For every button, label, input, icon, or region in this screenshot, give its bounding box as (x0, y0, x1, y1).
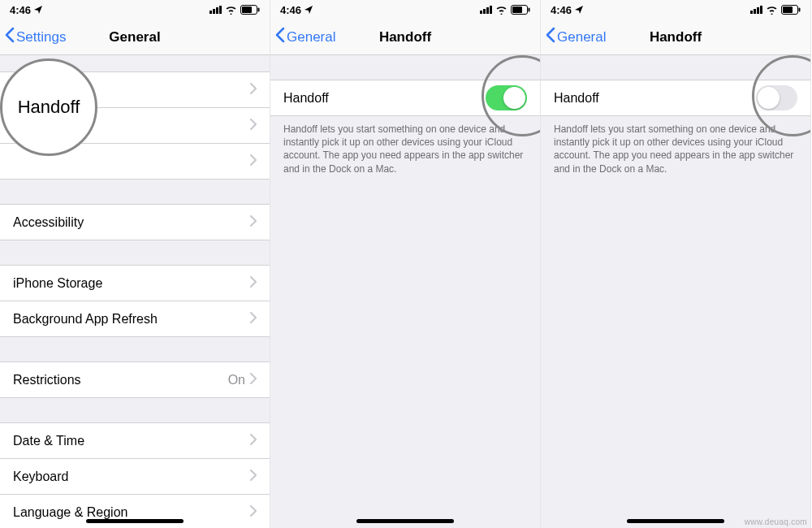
chevron-right-icon (250, 434, 257, 448)
status-bar: 4:46 (541, 0, 810, 19)
cellular-signal-icon (750, 6, 762, 14)
row-handoff-toggle[interactable]: Handoff (270, 80, 540, 116)
chevron-right-icon (250, 312, 257, 327)
nav-bar: General Handoff (541, 19, 810, 55)
row-label: Handoff (554, 91, 599, 106)
row-iphone-storage[interactable]: iPhone Storage (0, 266, 270, 301)
svg-rect-8 (799, 8, 801, 12)
svg-rect-7 (783, 6, 793, 13)
nav-back-label: General (557, 29, 606, 45)
row-handoff-toggle[interactable]: Handoff (541, 80, 810, 116)
handoff-settings: Handoff Handoff lets you start something… (270, 55, 540, 175)
status-bar: 4:46 (0, 0, 270, 19)
home-indicator[interactable] (627, 519, 724, 523)
row-label: iPhone Storage (13, 276, 102, 291)
chevron-right-icon (250, 276, 257, 291)
row-hidden-top[interactable] (0, 72, 270, 108)
row-label: Accessibility (13, 215, 84, 230)
chevron-right-icon (250, 505, 257, 520)
row-accessibility[interactable]: Accessibility (0, 205, 270, 240)
battery-icon (240, 5, 260, 15)
chevron-right-icon (250, 470, 257, 484)
row-label: Restrictions (13, 373, 81, 387)
battery-icon (511, 5, 530, 15)
chevron-right-icon (250, 215, 257, 230)
row-value: On (228, 373, 245, 387)
row-label: Date & Time (13, 434, 84, 448)
wifi-icon (495, 6, 508, 15)
location-icon (34, 4, 42, 16)
phone-panel-general: 4:46 Settings General (0, 0, 270, 528)
svg-rect-4 (512, 6, 522, 13)
row-keyboard[interactable]: Keyboard (0, 459, 270, 495)
nav-back-label: Settings (16, 29, 66, 45)
nav-bar: General Handoff (270, 19, 540, 55)
handoff-settings: Handoff Handoff lets you start something… (541, 55, 810, 175)
home-indicator[interactable] (356, 519, 454, 523)
row-label: Keyboard (13, 470, 69, 484)
phone-panel-handoff-on: 4:46 General Handoff Handof (270, 0, 541, 528)
status-time: 4:46 (10, 4, 31, 16)
status-time: 4:46 (551, 4, 572, 16)
nav-back-button[interactable]: General (546, 27, 606, 47)
status-bar: 4:46 (270, 0, 540, 19)
phone-panel-handoff-off: 4:46 General Handoff Handof (541, 0, 811, 528)
home-indicator[interactable] (86, 519, 184, 523)
row-background-app-refresh[interactable]: Background App Refresh (0, 301, 270, 337)
chevron-left-icon (5, 27, 15, 47)
nav-back-button[interactable]: General (275, 27, 335, 47)
location-icon (304, 4, 313, 16)
row-restrictions[interactable]: Restrictions On (0, 362, 270, 398)
wifi-icon (225, 6, 237, 15)
settings-list: Accessibility iPhone Storage Background … (0, 55, 270, 528)
status-time: 4:46 (280, 4, 301, 16)
handoff-description: Handoff lets you start something on one … (270, 116, 540, 175)
chevron-right-icon (250, 373, 257, 387)
row-label: Background App Refresh (13, 312, 158, 327)
row-label: Language & Region (13, 505, 127, 520)
handoff-description: Handoff lets you start something on one … (541, 116, 810, 175)
watermark: www.deuaq.com (745, 517, 807, 526)
svg-rect-5 (529, 8, 530, 12)
row-date-time[interactable]: Date & Time (0, 423, 270, 459)
location-icon (575, 4, 583, 16)
cellular-signal-icon (209, 6, 222, 14)
chevron-right-icon (250, 154, 257, 169)
nav-back-button[interactable]: Settings (5, 27, 66, 47)
wifi-icon (766, 6, 778, 15)
chevron-left-icon (275, 27, 285, 47)
svg-rect-1 (242, 6, 252, 13)
chevron-right-icon (250, 119, 257, 133)
nav-bar: Settings General (0, 19, 270, 55)
handoff-toggle[interactable] (486, 85, 527, 110)
chevron-right-icon (250, 83, 257, 97)
chevron-left-icon (546, 27, 555, 47)
nav-back-label: General (287, 29, 335, 45)
row-hidden-bottom[interactable] (0, 144, 270, 180)
handoff-toggle[interactable] (756, 85, 797, 110)
row-handoff-hidden[interactable] (0, 108, 270, 144)
row-label: Handoff (283, 91, 329, 106)
svg-rect-2 (258, 8, 260, 12)
cellular-signal-icon (480, 6, 492, 14)
battery-icon (781, 5, 801, 15)
